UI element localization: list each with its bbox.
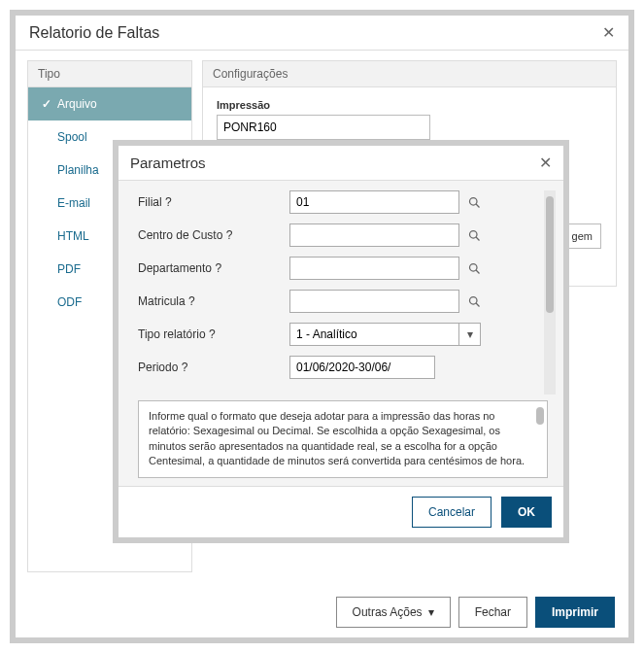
parametros-dialog: Parametros ✕ Filial ? Centro de Custo ? bbox=[113, 140, 569, 543]
filial-input[interactable] bbox=[289, 190, 459, 214]
parametros-titlebar: Parametros ✕ bbox=[119, 146, 563, 181]
parametros-close-icon[interactable]: ✕ bbox=[539, 154, 552, 172]
tipo-item-arquivo[interactable]: Arquivo bbox=[28, 87, 191, 120]
chevron-down-icon[interactable]: ▾ bbox=[459, 323, 481, 346]
impressao-label: Impressão bbox=[217, 99, 602, 111]
info-text: Informe qual o formato que deseja adotar… bbox=[138, 400, 548, 478]
periodo-label: Periodo ? bbox=[138, 361, 284, 374]
filial-label: Filial ? bbox=[138, 195, 284, 209]
tipo-rel-label: Tipo relatório ? bbox=[138, 327, 284, 341]
mat-input[interactable] bbox=[289, 290, 459, 313]
close-icon[interactable]: ✕ bbox=[602, 23, 615, 42]
svg-line-5 bbox=[476, 270, 479, 273]
tipo-header: Tipo bbox=[27, 60, 192, 86]
depto-label: Departamento ? bbox=[138, 261, 284, 275]
parametros-footer: Cancelar OK bbox=[119, 486, 563, 537]
parametros-title: Parametros bbox=[130, 155, 206, 171]
main-title: Relatorio de Faltas bbox=[29, 24, 159, 42]
ok-button[interactable]: OK bbox=[501, 497, 552, 528]
svg-point-2 bbox=[469, 230, 477, 238]
svg-line-1 bbox=[476, 204, 479, 207]
depto-search-icon[interactable] bbox=[465, 259, 483, 277]
info-scrollbar[interactable] bbox=[536, 407, 544, 425]
mat-search-icon[interactable] bbox=[465, 292, 483, 310]
outras-acoes-button[interactable]: Outras Ações ▾ bbox=[336, 597, 451, 628]
svg-point-0 bbox=[469, 197, 477, 205]
tipo-rel-value: 1 - Analítico bbox=[289, 323, 459, 346]
svg-line-7 bbox=[476, 303, 479, 306]
svg-line-3 bbox=[476, 237, 479, 240]
config-header: Configurações bbox=[202, 60, 617, 86]
depto-input[interactable] bbox=[289, 257, 459, 280]
fechar-button[interactable]: Fechar bbox=[458, 597, 527, 628]
imprimir-button[interactable]: Imprimir bbox=[535, 597, 615, 628]
mat-label: Matricula ? bbox=[138, 294, 284, 308]
impressao-input[interactable] bbox=[217, 115, 430, 140]
svg-point-4 bbox=[469, 263, 477, 271]
main-footer: Outras Ações ▾ Fechar Imprimir bbox=[336, 597, 615, 628]
main-dialog: Relatorio de Faltas ✕ Tipo Arquivo Spool… bbox=[10, 10, 634, 643]
svg-point-6 bbox=[469, 296, 477, 304]
cc-search-icon[interactable] bbox=[465, 226, 483, 244]
cancel-button[interactable]: Cancelar bbox=[412, 497, 491, 528]
filial-search-icon[interactable] bbox=[465, 193, 483, 211]
cc-input[interactable] bbox=[289, 223, 459, 247]
periodo-input[interactable] bbox=[289, 356, 435, 379]
chevron-down-icon: ▾ bbox=[428, 605, 434, 619]
tipo-rel-select[interactable]: 1 - Analítico ▾ bbox=[289, 323, 481, 346]
cc-label: Centro de Custo ? bbox=[138, 228, 284, 242]
parametros-scroll[interactable]: Filial ? Centro de Custo ? bbox=[138, 190, 556, 395]
main-titlebar: Relatorio de Faltas ✕ bbox=[16, 16, 628, 51]
